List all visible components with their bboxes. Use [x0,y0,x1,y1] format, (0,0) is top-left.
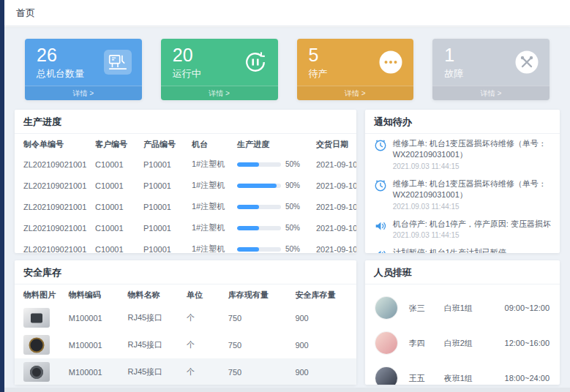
stat-card-info: 20 运行中 [173,45,201,80]
notification-timestamp: 2021.09.03 11:44:15 [393,231,551,239]
progress-bar [237,184,281,188]
staff-schedule-row: 李四 白班2组 12:00~16:00 [375,325,550,361]
cell-order-no: ZL202109021001 [15,154,92,175]
production-table-row: ZL202109021001 C10001 P10001 1#注塑机 [15,217,356,238]
notification-type-icon [374,179,387,192]
stat-card-body: 5 待产 [297,39,414,80]
staff-shift: 夜班1组 [444,373,495,384]
notifications-panel: 通知待办 [365,110,560,253]
cell-customer-no: C10001 [92,217,140,238]
progress-percent-label: 90% [285,181,300,189]
cell-material-image [15,331,66,358]
stat-card-fault[interactable]: 1 故障 详情 > [432,39,550,100]
stat-card-info: 5 待产 [309,45,328,80]
cell-product-no: P10001 [140,196,189,217]
main-content: 26 总机台数量 详情 > [4,27,570,392]
stat-card-standby[interactable]: 5 待产 详情 > [297,39,414,100]
cell-delivery-date: 2021-09-10 [313,175,356,196]
stat-card-running[interactable]: 20 运行中 详情 > [161,39,278,100]
bottom-scroll-strip[interactable] [4,388,570,392]
cell-machine: 1#注塑机 [189,217,234,238]
cell-order-no: ZL202109021001 [15,196,92,217]
staff-schedule-panel: 人员排班 张三 白班1组 09:00~12:00 李四 白班2组 12:00~1… [365,260,560,385]
staff-name: 张三 [409,303,444,314]
safety-stock-panel-title: 安全库存 [15,260,356,284]
cell-delivery-date: 2021-09-10 [313,196,356,217]
cell-customer-no: C10001 [92,154,140,175]
progress-bar-fill [237,247,259,252]
cell-progress: 50% [234,217,313,238]
cell-order-no: ZL202109021001 [15,217,92,238]
cell-machine: 1#注塑机 [189,238,234,253]
production-header-row: 制令单编号 客户编号 产品编号 机台 生产进度 交货日期 [15,134,356,154]
notification-body: 维修工单: 机台1变压器损坏待维修（单号：WX202109031001） 202… [393,138,551,170]
material-photo [23,335,50,355]
safety-stock-panel-body: 物料图片 物料编码 物料名称 单位 库存现有量 安全库存量 [15,284,356,385]
notification-type-icon [374,139,387,152]
inventory-table-row: M100001 RJ45接口 个 750 900 [15,331,356,358]
progress-percent-label: 50% [285,203,300,211]
panel-row-bottom: 安全库存 物料图片 物料编码 物料名称 单位 库存现有量 安全库存量 [15,260,560,385]
topbar: 首页 [4,0,570,26]
notification-body: 计划暂停: 机台1生产计划已暂停 2021.09.03 11:44:15 [393,247,506,253]
cell-on-hand-qty: 750 [225,304,293,331]
progress-bar [237,162,281,167]
tab-home[interactable]: 首页 [16,7,35,20]
total-machines-detail-link[interactable]: 详情 > [25,86,142,100]
notification-type-icon [374,248,387,253]
stat-card-body: 26 总机台数量 [25,39,142,80]
cell-customer-no: C10001 [92,196,140,217]
left-edge-strip [0,0,4,392]
cell-delivery-date: 2021-09-10 [313,217,356,238]
column-header-progress: 生产进度 [234,134,313,154]
running-value: 20 [173,45,201,66]
cell-product-no: P10001 [140,175,189,196]
notification-item[interactable]: 维修工单: 机台1变压器损坏待维修（单号：WX202109031001） 202… [374,178,551,211]
production-table-row: ZL202109021001 C10001 P10001 1#注塑机 [15,196,356,217]
column-header-unit: 单位 [184,284,225,304]
cell-material-name: RJ45接口 [124,331,184,358]
total-machines-label: 总机台数量 [37,67,84,80]
cell-material-name: RJ45接口 [124,304,184,331]
staff-shift: 白班1组 [444,303,495,314]
production-panel-body: 制令单编号 客户编号 产品编号 机台 生产进度 交货日期 ZL202109021… [15,134,356,253]
panel-row-top: 生产进度 制令单编号 客户编号 产品编号 机台 生产进度 交货日期 [15,110,560,253]
notification-item[interactable]: 机台停产: 机台1停产，停产原因: 变压器损坏 2021.09.03 11:44… [374,219,551,239]
staff-name: 王五 [409,373,444,384]
staff-avatar [375,332,397,354]
progress-percent-label: 50% [285,245,300,253]
notifications-panel-title: 通知待办 [365,110,560,134]
fault-value: 1 [444,45,463,66]
speaker-icon [374,219,387,233]
cell-material-name: RJ45接口 [124,358,184,385]
stat-card-total-machines[interactable]: 26 总机台数量 详情 > [25,39,142,100]
standby-detail-link[interactable]: 详情 > [297,86,414,100]
cell-customer-no: C10001 [92,175,140,196]
running-icon [243,50,268,75]
notification-item[interactable]: 维修工单: 机台1变压器损坏待维修（单号：WX202109031001） 202… [374,138,551,170]
notification-text: 计划暂停: 机台1生产计划已暂停 [393,247,506,253]
progress-bar-fill [237,226,259,230]
staff-name: 李四 [409,338,444,349]
column-header-delivery-date: 交货日期 [313,134,356,154]
machine-icon [104,50,132,75]
column-header-product-no: 产品编号 [140,134,189,154]
column-header-safety-qty: 安全库存量 [292,284,356,304]
inventory-header-row: 物料图片 物料编码 物料名称 单位 库存现有量 安全库存量 [15,284,356,304]
running-label: 运行中 [173,67,201,80]
fault-detail-link[interactable]: 详情 > [432,86,550,100]
production-table-row: ZL202109021001 C10001 P10001 1#注塑机 [15,175,356,196]
notification-item[interactable]: 计划暂停: 机台1生产计划已暂停 2021.09.03 11:44:15 [374,247,551,253]
safety-stock-panel: 安全库存 物料图片 物料编码 物料名称 单位 库存现有量 安全库存量 [15,260,356,385]
staff-shift-time: 09:00~12:00 [505,304,550,312]
cell-progress: 90% [234,175,313,196]
notification-text: 机台停产: 机台1停产，停产原因: 变压器损坏 [393,219,551,230]
running-detail-link[interactable]: 详情 > [161,86,278,100]
staff-schedule-row: 张三 白班1组 09:00~12:00 [375,290,550,325]
notification-text: 维修工单: 机台1变压器损坏待维修（单号：WX202109031001） [393,138,551,161]
cell-on-hand-qty: 750 [225,331,293,358]
clock-icon [374,179,387,192]
notification-type-icon [374,219,387,233]
column-header-customer-no: 客户编号 [92,134,140,154]
progress-bar [237,205,281,209]
